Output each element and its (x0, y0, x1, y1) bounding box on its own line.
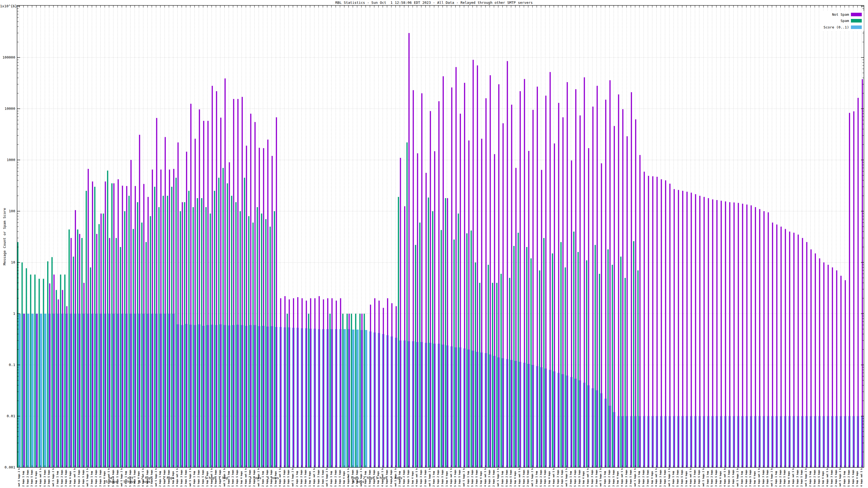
x-tick-label: 1 hop 4 hops (137, 468, 140, 487)
bar-spam (90, 267, 91, 467)
x-tick-label: 5 hops 2 hops (300, 468, 303, 487)
legend-item-spam: Spam (821, 18, 864, 24)
x-tick-label: net 5 hops 2 hops (86, 468, 89, 487)
bar-not-spam (558, 103, 559, 468)
bar-not-spam (229, 162, 230, 467)
bar-not-spam (276, 118, 277, 467)
bar-not-spam (62, 290, 63, 467)
x-tick-label: 3 hops 5 hops (236, 468, 239, 487)
x-tick-label: 1 hop 4 hops (69, 468, 72, 487)
bar-not-spam (177, 142, 179, 467)
x-tick-label: 5 hops 3 hops (659, 468, 662, 487)
bar-not-spam (220, 118, 221, 467)
bar-spam (351, 314, 352, 467)
bar-not-spam (631, 92, 632, 467)
bar-not-spam (340, 298, 341, 467)
plot-area (0, 0, 868, 488)
bar-not-spam (417, 153, 418, 467)
bar-spam (612, 265, 613, 467)
x-tick-label: 5 hops 2 hops (745, 468, 748, 487)
bar-not-spam (674, 189, 675, 468)
bar-spam (252, 223, 254, 467)
x-tick-label: 2 hops 1 hop (125, 468, 127, 487)
x-tick-label: 2 hops 1 hop (330, 468, 333, 487)
x-tick-label: net 5 hops 2 hops (599, 468, 602, 487)
bar-spam (98, 224, 99, 467)
bar-score (31, 314, 34, 467)
x-tick-label: 5 hops 2 hops (27, 468, 29, 487)
x-tick-label: 2 hops 5 hops (424, 468, 427, 487)
x-tick-label: 3 hops 5 hops (578, 468, 581, 487)
bar-spam (86, 191, 87, 467)
bar-not-spam (840, 276, 841, 467)
bar-spam (552, 254, 553, 467)
x-tick-label: 2 hops 1 hop (22, 468, 25, 487)
x-tick-label: 2 hops 1 hop (159, 468, 161, 487)
x-axis-fragment: 5 hops (205, 476, 216, 480)
bar-not-spam (503, 123, 504, 467)
bar-not-spam (216, 91, 217, 467)
bar-not-spam (520, 91, 521, 467)
bar-not-spam (486, 98, 487, 467)
x-tick-label: 1 hop 4 hops (856, 468, 859, 487)
bar-not-spam (361, 314, 362, 467)
bar-spam (607, 250, 609, 467)
bar-spam (82, 238, 83, 467)
bar-spam (18, 242, 19, 467)
bar-spam (509, 278, 510, 467)
bar-not-spam (327, 298, 328, 467)
x-tick-label: 1 hop 4 hops (411, 468, 414, 487)
x-tick-label: 3 hops 5 hops (339, 468, 341, 487)
x-tick-label: 5 hops 2 hops (711, 468, 713, 487)
bar-spam (52, 257, 53, 467)
x-axis-fragment: 2 hops (141, 476, 153, 480)
legend: Not Spam Spam Score (0..1) (821, 11, 864, 31)
x-tick-label: 2 hops 5 hops (458, 468, 461, 487)
bar-score (19, 314, 21, 467)
bar-not-spam (323, 299, 324, 467)
bar-spam (398, 197, 399, 467)
legend-swatch-spam (851, 19, 862, 23)
bar-spam (141, 223, 143, 467)
x-tick-label: 1 hop 4 hops (685, 468, 688, 487)
bar-not-spam (284, 296, 286, 467)
bar-score (344, 329, 346, 467)
bar-not-spam (118, 179, 119, 467)
bar-not-spam (806, 242, 807, 467)
x-tick-label: 2 hops 1 hop (707, 468, 709, 487)
bar-not-spam (545, 96, 546, 467)
bar-spam (287, 314, 288, 467)
x-tick-label: net 5 hops 2 hops (668, 468, 671, 487)
bar-score (27, 314, 29, 467)
bar-not-spam (648, 176, 649, 467)
bar-not-spam (759, 209, 760, 467)
bar-not-spam (823, 262, 824, 467)
bar-spam (38, 279, 40, 467)
bar-not-spam (58, 299, 59, 467)
bar-not-spam (789, 231, 790, 467)
x-tick-label: 3 hops 5 hops (31, 468, 33, 487)
bar-spam (638, 270, 639, 467)
x-tick-label: 4 hops net 5 hops (826, 468, 829, 487)
bar-not-spam (725, 201, 726, 467)
bar-not-spam (400, 158, 401, 467)
x-axis-fragment: 2 hops (363, 476, 375, 480)
bar-spam (420, 223, 421, 467)
bar-not-spam (289, 299, 290, 467)
bar-not-spam (832, 267, 833, 467)
x-tick-label: 5 hops 2 hops (95, 468, 97, 487)
x-tick-label: 5 hops 3 hops (454, 468, 457, 487)
x-tick-label: 2 hops 5 hops (82, 468, 85, 487)
x-tick-label: 3 hops 5 hops (65, 468, 67, 487)
bar-not-spam (776, 225, 777, 467)
bar-not-spam (494, 154, 495, 468)
bar-not-spam (139, 135, 140, 467)
bar-spam (26, 268, 27, 468)
x-tick-label: 3 hops 5 hops (133, 468, 136, 487)
bar-spam (595, 245, 596, 467)
bar-not-spam (165, 137, 166, 468)
bar-not-spam (511, 105, 512, 467)
bar-not-spam (742, 204, 743, 467)
bar-not-spam (477, 65, 478, 467)
x-tick-label: net 5 hops 2 hops (497, 468, 499, 487)
